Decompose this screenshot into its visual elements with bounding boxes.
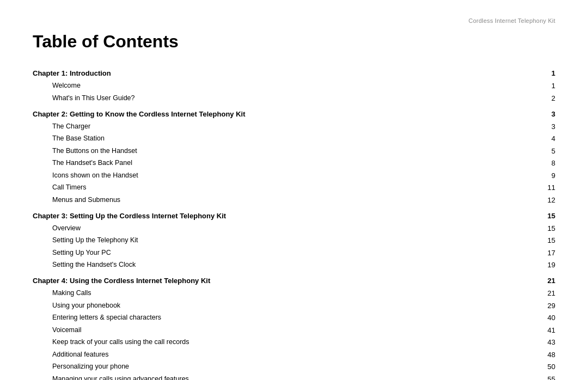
sub-row: Welcome1 <box>33 80 555 93</box>
toc-page-number: 5 <box>503 145 555 157</box>
toc-page-number: 55 <box>503 373 555 380</box>
toc-page-number: 43 <box>503 336 555 349</box>
sub-row: The Handset's Back Panel8 <box>33 157 555 170</box>
toc-page-number: 48 <box>503 348 555 361</box>
sub-label: Menus and Submenus <box>33 194 503 206</box>
page-title: Table of Contents <box>33 32 555 52</box>
toc-page-number: 11 <box>503 182 555 194</box>
sub-row: Menus and Submenus12 <box>33 194 555 206</box>
sub-label: Setting Up the Telephony Kit <box>33 235 503 247</box>
sub-label: Call Timers <box>33 182 503 194</box>
sub-label: What's in This User Guide? <box>33 92 503 105</box>
chapter-label: Chapter 1: Introduction <box>33 64 503 80</box>
toc-page-number: 4 <box>503 133 555 145</box>
sub-row: Call Timers11 <box>33 182 555 194</box>
chapter-label: Chapter 2: Getting to Know the Cordless … <box>33 105 503 121</box>
toc-page-number: 15 <box>503 206 555 223</box>
sub-row: Additional features48 <box>33 348 555 361</box>
toc-page-number: 12 <box>503 194 555 206</box>
sub-label: Using your phonebook <box>33 299 503 312</box>
sub-row: Setting the Handset's Clock19 <box>33 259 555 272</box>
sub-label: Welcome <box>33 80 503 93</box>
sub-row: Using your phonebook29 <box>33 299 555 312</box>
toc-page-number: 2 <box>503 92 555 105</box>
toc-page-number: 29 <box>503 299 555 312</box>
sub-label: Overview <box>33 222 503 235</box>
chapter-row: Chapter 2: Getting to Know the Cordless … <box>33 105 555 121</box>
sub-row: The Charger3 <box>33 120 555 133</box>
toc-page-number: 8 <box>503 157 555 170</box>
sub-label: Icons shown on the Handset <box>33 169 503 182</box>
toc-page-number: 1 <box>503 64 555 80</box>
sub-label: Setting Up Your PC <box>33 247 503 259</box>
page: Cordless Internet Telephony Kit Table of… <box>0 0 588 380</box>
sub-label: Personalizing your phone <box>33 361 503 373</box>
sub-row: Personalizing your phone50 <box>33 361 555 373</box>
toc-page-number: 15 <box>503 235 555 247</box>
chapter-row: Chapter 4: Using the Cordless Internet T… <box>33 271 555 287</box>
toc-table: Chapter 1: Introduction1Welcome1What's i… <box>33 64 555 380</box>
toc-page-number: 21 <box>503 287 555 300</box>
sub-label: Voicemail <box>33 324 503 336</box>
toc-page-number: 50 <box>503 361 555 373</box>
sub-row: Setting Up the Telephony Kit15 <box>33 235 555 247</box>
sub-row: What's in This User Guide?2 <box>33 92 555 105</box>
sub-row: Setting Up Your PC17 <box>33 247 555 259</box>
sub-row: Voicemail41 <box>33 324 555 336</box>
sub-row: Icons shown on the Handset9 <box>33 169 555 182</box>
sub-label: Entering letters & special characters <box>33 312 503 324</box>
toc-page-number: 15 <box>503 222 555 235</box>
header-label: Cordless Internet Telephony Kit <box>469 17 555 24</box>
chapter-row: Chapter 1: Introduction1 <box>33 64 555 80</box>
sub-label: Setting the Handset's Clock <box>33 259 503 272</box>
toc-page-number: 41 <box>503 324 555 336</box>
toc-page-number: 21 <box>503 271 555 287</box>
chapter-label: Chapter 4: Using the Cordless Internet T… <box>33 271 503 287</box>
sub-label: The Buttons on the Handset <box>33 145 503 157</box>
toc-page-number: 17 <box>503 247 555 259</box>
sub-label: The Base Station <box>33 133 503 145</box>
toc-page-number: 19 <box>503 259 555 272</box>
toc-page-number: 3 <box>503 120 555 133</box>
sub-label: Keep track of your calls using the call … <box>33 336 503 349</box>
toc-page-number: 40 <box>503 312 555 324</box>
sub-row: The Base Station4 <box>33 133 555 145</box>
sub-label: Managing your calls using advanced featu… <box>33 373 503 380</box>
toc-page-number: 9 <box>503 169 555 182</box>
sub-row: The Buttons on the Handset5 <box>33 145 555 157</box>
toc-page-number: 3 <box>503 105 555 121</box>
sub-label: Additional features <box>33 348 503 361</box>
sub-row: Overview15 <box>33 222 555 235</box>
sub-row: Keep track of your calls using the call … <box>33 336 555 349</box>
sub-row: Making Calls21 <box>33 287 555 300</box>
toc-page-number: 1 <box>503 80 555 93</box>
chapter-label: Chapter 3: Setting Up the Cordless Inter… <box>33 206 503 223</box>
sub-row: Entering letters & special characters40 <box>33 312 555 324</box>
sub-label: The Charger <box>33 120 503 133</box>
sub-row: Managing your calls using advanced featu… <box>33 373 555 380</box>
sub-label: Making Calls <box>33 287 503 300</box>
chapter-row: Chapter 3: Setting Up the Cordless Inter… <box>33 206 555 223</box>
sub-label: The Handset's Back Panel <box>33 157 503 170</box>
